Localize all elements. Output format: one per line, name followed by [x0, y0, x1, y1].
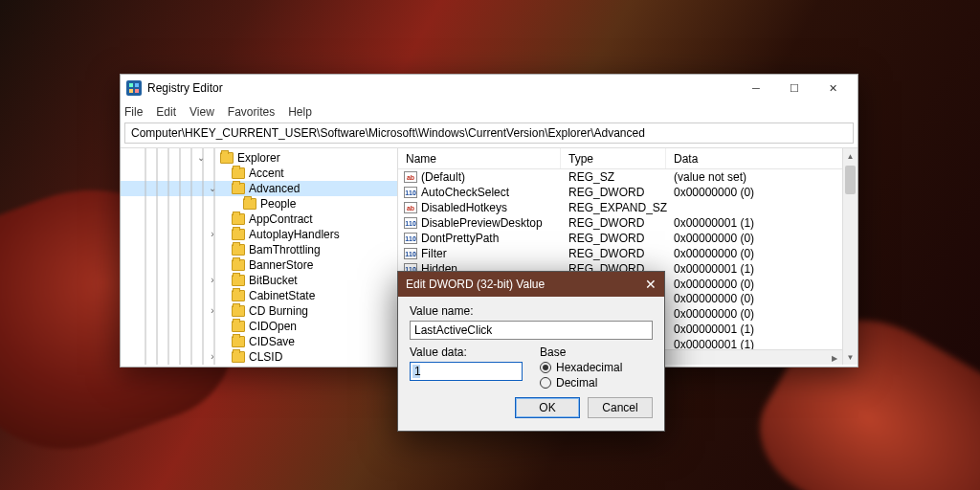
svg-rect-1	[135, 83, 139, 87]
scroll-up-icon[interactable]: ▲	[843, 148, 858, 164]
radio-hex-dot	[540, 362, 551, 373]
radio-dec-dot	[540, 377, 551, 389]
value-data-label: Value data:	[410, 345, 523, 359]
tree-item[interactable]: ⌄Explorer	[121, 150, 397, 166]
tree-item[interactable]: Accent	[121, 166, 397, 181]
registry-value-icon: ab	[404, 171, 417, 183]
tree-item[interactable]: ›CD Burning	[121, 303, 397, 319]
dialog-titlebar[interactable]: Edit DWORD (32-bit) Value ✕	[398, 272, 664, 297]
window-title: Registry Editor	[147, 81, 223, 95]
tree-item[interactable]: People	[121, 196, 397, 212]
maximize-button[interactable]: ☐	[775, 75, 813, 101]
svg-rect-2	[129, 89, 133, 93]
menu-view[interactable]: View	[189, 105, 214, 119]
menu-file[interactable]: File	[124, 105, 143, 119]
radio-dec-label: Decimal	[556, 376, 597, 390]
app-icon	[126, 80, 142, 96]
registry-value-icon: 110	[404, 217, 417, 229]
tree-item[interactable]: ›BitBucket	[121, 273, 397, 288]
list-row[interactable]: abDisabledHotkeysREG_EXPAND_SZ	[398, 200, 858, 215]
edit-dword-dialog: Edit DWORD (32-bit) Value ✕ Value name: …	[397, 271, 665, 432]
list-row[interactable]: ab(Default)REG_SZ(value not set)	[398, 169, 858, 185]
column-data[interactable]: Data	[666, 148, 858, 168]
value-data-field[interactable]	[410, 362, 523, 381]
menu-bar: File Edit View Favorites Help	[121, 101, 858, 122]
dialog-title: Edit DWORD (32-bit) Value	[406, 278, 545, 291]
tree-item[interactable]: ⌄Advanced	[121, 181, 397, 196]
ok-button[interactable]: OK	[515, 397, 580, 418]
base-label: Base	[540, 345, 622, 359]
svg-rect-3	[135, 89, 139, 93]
value-name-label: Value name:	[410, 304, 653, 318]
svg-rect-0	[129, 83, 133, 87]
tree-item[interactable]: ›AutoplayHandlers	[121, 227, 397, 242]
minimize-button[interactable]: ─	[737, 75, 775, 101]
list-row[interactable]: 110AutoCheckSelectREG_DWORD0x00000000 (0…	[398, 185, 858, 200]
registry-value-icon: 110	[404, 248, 417, 259]
tree-item[interactable]: CIDOpen	[121, 319, 397, 334]
list-scrollbar-vertical[interactable]: ▲ ▼	[842, 148, 858, 365]
scroll-right-icon[interactable]: ▶	[827, 350, 842, 365]
radio-hex-label: Hexadecimal	[556, 361, 622, 374]
address-text: Computer\HKEY_CURRENT_USER\Software\Micr…	[131, 126, 645, 140]
list-row[interactable]: 110DisablePreviewDesktopREG_DWORD0x00000…	[398, 215, 858, 231]
value-name-field[interactable]	[410, 321, 653, 340]
dialog-close-icon[interactable]: ✕	[645, 277, 657, 292]
tree-item[interactable]: BannerStore	[121, 257, 397, 273]
registry-value-icon: ab	[404, 202, 417, 213]
column-type[interactable]: Type	[561, 148, 666, 168]
titlebar[interactable]: Registry Editor ─ ☐ ✕	[121, 75, 858, 101]
radio-hex[interactable]: Hexadecimal	[540, 361, 622, 374]
tree-pane[interactable]: ⌄ExplorerAccent⌄AdvancedPeopleAppContrac…	[121, 148, 398, 365]
close-button[interactable]: ✕	[813, 75, 852, 101]
scroll-down-icon[interactable]: ▼	[843, 349, 858, 365]
menu-help[interactable]: Help	[288, 105, 312, 119]
column-name[interactable]: Name	[398, 148, 561, 168]
registry-value-icon: 110	[404, 233, 417, 244]
address-bar[interactable]: Computer\HKEY_CURRENT_USER\Software\Micr…	[124, 122, 854, 144]
radio-dec[interactable]: Decimal	[540, 376, 622, 390]
tree-item[interactable]: AppContract	[121, 212, 397, 227]
tree-item[interactable]: CIDSave	[121, 334, 397, 349]
list-cell-data: 0x00000000 (0)	[674, 292, 754, 307]
list-header: Name Type Data	[398, 148, 858, 169]
menu-edit[interactable]: Edit	[156, 105, 176, 119]
list-row[interactable]: 110FilterREG_DWORD0x00000000 (0)	[398, 246, 858, 261]
menu-favorites[interactable]: Favorites	[228, 105, 275, 119]
scroll-thumb[interactable]	[845, 166, 856, 194]
list-row[interactable]: 110DontPrettyPathREG_DWORD0x00000000 (0)	[398, 231, 858, 246]
tree-item[interactable]: BamThrottling	[121, 242, 397, 257]
tree-item[interactable]: CabinetState	[121, 288, 397, 303]
list-cell-data: 0x00000000 (0)	[674, 307, 754, 323]
list-cell-data: 0x00000001 (1)	[674, 323, 754, 338]
tree-item[interactable]: ›CLSID	[121, 349, 397, 365]
registry-value-icon: 110	[404, 187, 417, 198]
cancel-button[interactable]: Cancel	[588, 397, 653, 418]
